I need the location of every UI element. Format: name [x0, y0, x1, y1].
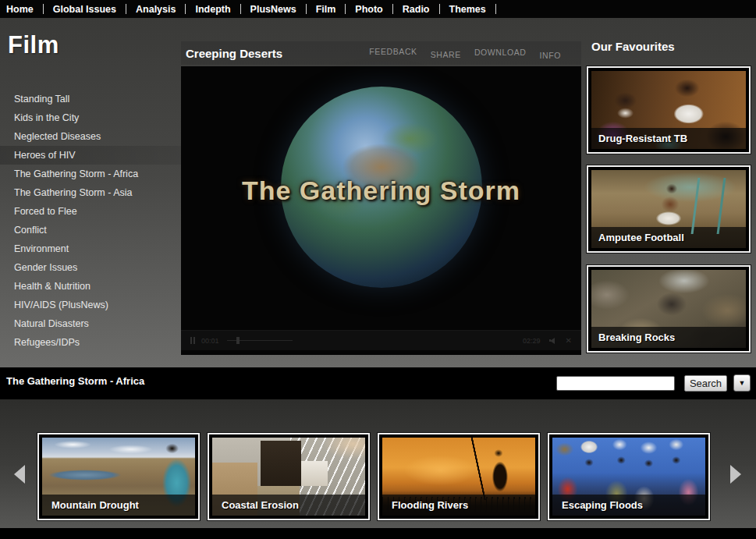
feedback-link[interactable]: FEEDBACK	[369, 47, 417, 56]
sidebar-item-refugees-idps[interactable]: Refugees/IDPs	[0, 333, 181, 352]
sidebar-item-heroes-of-hiv[interactable]: Heroes of HIV	[0, 146, 181, 165]
drug-resistant-tb-thumbnail: Drug-Resistant TB	[591, 71, 746, 149]
breaking-rocks-thumbnail: Breaking Rocks	[591, 270, 746, 348]
nav-item-plusnews[interactable]: PlusNews	[241, 4, 306, 15]
favourites-heading: Our Favourites	[591, 40, 675, 53]
player-header: Creeping Deserts FEEDBACK SHARE DOWNLOAD…	[181, 41, 581, 65]
carousel-prev-button[interactable]	[14, 465, 25, 484]
seek-handle[interactable]	[236, 337, 240, 344]
film-sidebar-list: Standing Tall Kids in the City Neglected…	[0, 90, 181, 352]
carousel-next-button[interactable]	[730, 465, 741, 484]
sidebar-item-kids-in-the-city[interactable]: Kids in the City	[0, 108, 181, 127]
video-controls: 00:01 02:29 ✕	[181, 330, 581, 350]
sidebar-item-conflict[interactable]: Conflict	[0, 221, 181, 239]
flooding-rivers-thumbnail: Flooding Rivers	[382, 438, 535, 516]
search-button[interactable]: Search	[684, 375, 727, 392]
sidebar-item-health-nutrition[interactable]: Health & Nutrition	[0, 277, 181, 296]
sidebar-item-hiv-aids-plusnews[interactable]: HIV/AIDS (PlusNews)	[0, 296, 181, 314]
thumbnail-caption: Escaping Floods	[552, 495, 705, 516]
thumbnail-caption: Coastal Erosion	[212, 495, 365, 516]
nav-item-photo[interactable]: Photo	[346, 4, 392, 15]
section-title-film: Film	[8, 31, 59, 59]
main-content: Film Standing Tall Kids in the City Negl…	[0, 18, 756, 367]
nav-item-themes[interactable]: Themes	[440, 4, 495, 15]
nav-item-radio[interactable]: Radio	[393, 4, 439, 15]
sidebar-item-gathering-storm-asia[interactable]: The Gathering Storm - Asia	[0, 183, 181, 202]
nav-item-home[interactable]: Home	[6, 4, 43, 15]
thumbnail-caption: Drug-Resistant TB	[591, 128, 746, 149]
thumbnail-caption: Amputee Football	[591, 227, 746, 248]
info-link[interactable]: INFO	[540, 51, 561, 60]
mountain-drought-thumbnail: Mountain Drought	[42, 438, 195, 516]
sidebar-item-gathering-storm-africa[interactable]: The Gathering Storm - Africa	[0, 165, 181, 183]
coastal-erosion-thumbnail: Coastal Erosion	[212, 438, 365, 516]
search-input[interactable]	[556, 376, 675, 391]
player-close-icon[interactable]: ✕	[566, 336, 572, 345]
chevron-down-icon: ▼	[739, 379, 746, 387]
top-nav: Home Global Issues Analysis Indepth Plus…	[0, 0, 756, 18]
sidebar-item-standing-tall[interactable]: Standing Tall	[0, 90, 181, 108]
nav-item-indepth[interactable]: Indepth	[186, 4, 240, 15]
sidebar-item-neglected-diseases[interactable]: Neglected Diseases	[0, 127, 181, 146]
search-options-dropdown[interactable]: ▼	[733, 374, 751, 392]
nav-item-film[interactable]: Film	[307, 4, 346, 15]
series-title: The Gathering Storm - Africa	[6, 375, 144, 387]
thumbnail-caption: Flooding Rivers	[382, 495, 535, 516]
video-player[interactable]: The Gathering Storm 00:01 02:29 ✕	[181, 66, 581, 355]
seek-slider[interactable]	[227, 340, 293, 341]
page: Home Global Issues Analysis Indepth Plus…	[0, 0, 756, 539]
favourite-drug-resistant-tb[interactable]: Drug-Resistant TB	[587, 66, 751, 154]
amputee-football-thumbnail: Amputee Football	[591, 170, 746, 248]
video-frame-title: The Gathering Storm	[181, 176, 581, 206]
series-header-bar: The Gathering Storm - Africa Search ▼	[0, 367, 756, 399]
nav-separator	[495, 4, 496, 14]
nav-item-global-issues[interactable]: Global Issues	[44, 4, 126, 15]
sidebar-item-forced-to-flee[interactable]: Forced to Flee	[0, 202, 181, 221]
thumbnail-caption: Mountain Drought	[42, 495, 195, 516]
carousel-item-escaping-floods[interactable]: Escaping Floods	[548, 433, 710, 520]
favourite-amputee-football[interactable]: Amputee Football	[587, 165, 751, 253]
escaping-floods-thumbnail: Escaping Floods	[552, 438, 705, 516]
elapsed-time: 00:01	[201, 337, 219, 345]
nav-item-analysis[interactable]: Analysis	[126, 4, 185, 15]
carousel-item-coastal-erosion[interactable]: Coastal Erosion	[208, 433, 370, 520]
thumbnail-caption: Breaking Rocks	[591, 327, 746, 348]
episode-carousel: Mountain Drought Coastal Erosion Floodin…	[0, 399, 756, 528]
carousel-item-mountain-drought[interactable]: Mountain Drought	[37, 433, 200, 520]
carousel-item-flooding-rivers[interactable]: Flooding Rivers	[378, 433, 540, 520]
favourite-breaking-rocks[interactable]: Breaking Rocks	[587, 265, 751, 353]
sidebar-item-environment[interactable]: Environment	[0, 239, 181, 258]
pause-button[interactable]	[190, 337, 195, 344]
player-actions: FEEDBACK SHARE DOWNLOAD INFO	[369, 48, 561, 58]
sidebar-item-natural-disasters[interactable]: Natural Disasters	[0, 314, 181, 333]
sidebar-item-gender-issues[interactable]: Gender Issues	[0, 258, 181, 277]
bottom-bar	[0, 528, 756, 539]
download-link[interactable]: DOWNLOAD	[474, 48, 527, 57]
video-title: Creeping Deserts	[186, 47, 282, 60]
volume-icon[interactable]	[548, 337, 556, 345]
share-link[interactable]: SHARE	[431, 50, 461, 59]
duration-time: 02:29	[523, 337, 541, 345]
